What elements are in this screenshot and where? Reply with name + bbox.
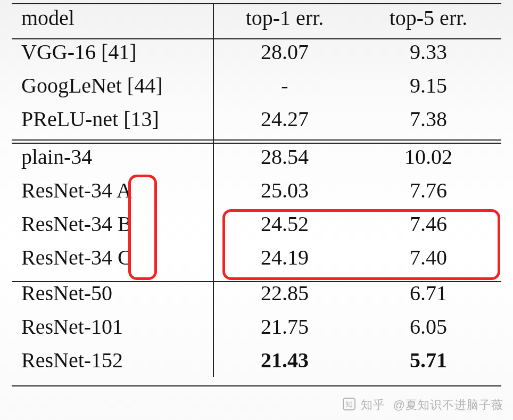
cell-model: PReLU-net [13] (0, 106, 213, 131)
rule-bottom (12, 385, 501, 386)
cell-top5: 6.05 (357, 314, 500, 339)
table-row: ResNet-34 B 24.52 7.46 (0, 207, 513, 241)
cell-model: ResNet-34 B (0, 211, 213, 236)
cell-model: plain-34 (0, 144, 213, 169)
table-row: PReLU-net [13] 24.27 7.38 (0, 102, 513, 136)
cell-top5: 5.71 (357, 348, 500, 373)
watermark: 知 知乎 @夏知识不进脑子薇 (343, 397, 503, 414)
cell-top5: 9.33 (357, 39, 500, 64)
cell-model: ResNet-101 (0, 314, 213, 339)
header-model: model (0, 5, 213, 30)
cell-top1: 24.52 (213, 211, 357, 236)
cell-top1: 21.43 (213, 348, 357, 373)
cell-top5: 7.76 (357, 178, 500, 203)
watermark-handle: @夏知识不进脑子薇 (393, 398, 503, 411)
table-header-row: model top-1 err. top-5 err. (0, 0, 513, 35)
cell-model: ResNet-34 C (0, 245, 213, 270)
table-row: ResNet-34 A 25.03 7.76 (0, 174, 513, 207)
cell-model: ResNet-152 (0, 348, 213, 373)
cell-top1: - (213, 73, 357, 98)
cell-top5: 7.46 (357, 211, 500, 236)
table-row: GoogLeNet [44] - 9.15 (0, 69, 513, 102)
header-top1: top-1 err. (213, 5, 357, 30)
cell-model: ResNet-50 (0, 281, 213, 306)
cell-top1: 28.54 (213, 144, 357, 169)
svg-text:知: 知 (345, 400, 353, 408)
results-table: model top-1 err. top-5 err. VGG-16 [41] … (0, 0, 513, 377)
cell-top5: 6.71 (357, 281, 500, 306)
cell-top1: 24.27 (213, 106, 357, 131)
watermark-site: 知乎 (361, 398, 385, 411)
cell-top1: 22.85 (213, 281, 357, 306)
table-row: plain-34 28.54 10.02 (0, 140, 513, 174)
cell-model: GoogLeNet [44] (0, 73, 213, 98)
table-row: ResNet-152 21.43 5.71 (0, 343, 513, 377)
cell-model: ResNet-34 A (0, 178, 213, 203)
cell-top5: 10.02 (357, 144, 500, 169)
table-row: ResNet-34 C 24.19 7.40 (0, 241, 513, 274)
cell-top1: 24.19 (213, 245, 357, 270)
cell-top1: 21.75 (213, 314, 357, 339)
cell-top5: 9.15 (357, 73, 500, 98)
cell-top1: 25.03 (213, 178, 357, 203)
cell-top5: 7.38 (357, 106, 500, 131)
cell-top5: 7.40 (357, 245, 500, 270)
table-row: ResNet-101 21.75 6.05 (0, 310, 513, 343)
cell-model: VGG-16 [41] (0, 39, 213, 64)
cell-top1: 28.07 (213, 39, 357, 64)
table-row: VGG-16 [41] 28.07 9.33 (0, 35, 513, 69)
zhihu-logo-icon: 知 (343, 398, 355, 414)
header-top5: top-5 err. (357, 5, 500, 30)
table-row: ResNet-50 22.85 6.71 (0, 276, 513, 310)
